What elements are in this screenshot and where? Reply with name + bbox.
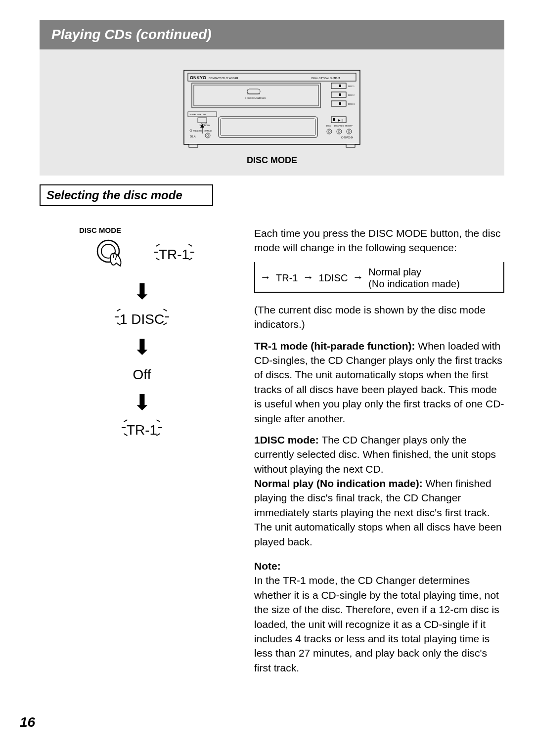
down-arrow-icon: ⬇ [40,336,244,358]
paren-note: (The current disc mode is shown by the d… [254,303,504,332]
intro-paragraph: Each time you press the DISC MODE button… [254,226,504,255]
svg-rect-47 [346,144,355,147]
device-label: DISC MODE [183,155,361,166]
svg-text:C-707CHX: C-707CHX [341,136,354,139]
indicator-tr1-repeat: TR-1 [127,422,157,438]
svg-text:DISC: DISC [326,125,331,127]
svg-rect-46 [189,144,198,147]
disc-mode-small-label: DISC MODE [79,226,244,234]
page-title: Playing CDs (continued) [51,27,492,43]
down-arrow-icon: ⬇ [40,281,244,303]
svg-rect-34 [333,118,335,121]
svg-text:▶ ||: ▶ || [338,119,343,122]
right-arrow-icon: → [353,270,363,285]
svg-text:ONKYO: ONKYO [190,75,206,80]
svg-text:DISC 3: DISC 3 [348,103,355,105]
down-arrow-icon: ⬇ [40,392,244,413]
indicator-1disc: 1 DISC [120,311,164,327]
page-number: 16 [20,714,504,730]
flow-tr1: TR-1 [276,271,298,285]
flow-diagram: → TR-1 → 1DISC → Normal play (No indicat… [254,262,504,293]
section-heading-box: Selecting the disc mode [40,184,213,206]
tr1-mode-paragraph: TR-1 mode (hit-parade function): When lo… [254,339,504,426]
flow-normal: Normal play (No indication made) [368,266,460,290]
tr1-mode-label: TR-1 mode (hit-parade function): [254,340,418,352]
indicator-tr1: TR-1 [159,247,189,263]
svg-text:DISC MODE: DISC MODE [199,124,210,127]
onedisc-mode-label: 1DISC mode: [254,434,322,445]
press-button-icon [94,237,129,272]
svg-text:COMPACT CD CHANGER: COMPACT CD CHANGER [209,77,238,80]
onedisc-mode-paragraph: 1DISC mode: The CD Changer plays only th… [254,433,504,476]
svg-rect-17 [339,102,341,105]
page-header: Playing CDs (continued) [40,20,504,49]
note-body: In the TR-1 mode, the CD Changer determi… [254,573,504,675]
device-illustration-section: ONKYO COMPACT CD CHANGER DUAL OPTICAL OU… [40,49,504,176]
svg-text:DISC/RDS: DISC/RDS [334,125,344,127]
right-arrow-icon: → [303,270,313,285]
note-heading: Note: [254,559,504,573]
svg-text:DIGITAL BOX CDR: DIGITAL BOX CDR [189,113,206,116]
svg-text:DUAL OPTICAL OUTPUT: DUAL OPTICAL OUTPUT [312,77,340,80]
flow-1disc: 1DISC [318,271,348,285]
svg-text:DISPLAY: DISPLAY [204,130,212,132]
svg-text:3 DISC CD-CHANGER: 3 DISC CD-CHANGER [245,97,266,99]
right-arrow-icon: → [260,270,271,285]
svg-text:STANDBY: STANDBY [193,130,202,132]
svg-text:DISC 2: DISC 2 [348,94,355,96]
svg-text:ON/OFF: ON/OFF [345,125,353,127]
normal-mode-paragraph: Normal play (No indication made): When f… [254,476,504,549]
indicator-off: Off [130,367,154,383]
svg-text:DISC 1: DISC 1 [348,85,355,88]
svg-rect-11 [339,85,341,87]
section-heading: Selecting the disc mode [46,188,182,202]
svg-text:DLA: DLA [190,135,196,138]
description-column: Each time you press the DISC MODE button… [254,226,504,675]
cd-changer-illustration: ONKYO COMPACT CD CHANGER DUAL OPTICAL OU… [183,69,361,148]
sequence-diagram: DISC MODE TR-1 [40,226,244,675]
normal-mode-label: Normal play (No indication made): [254,478,426,489]
svg-rect-14 [339,93,341,96]
